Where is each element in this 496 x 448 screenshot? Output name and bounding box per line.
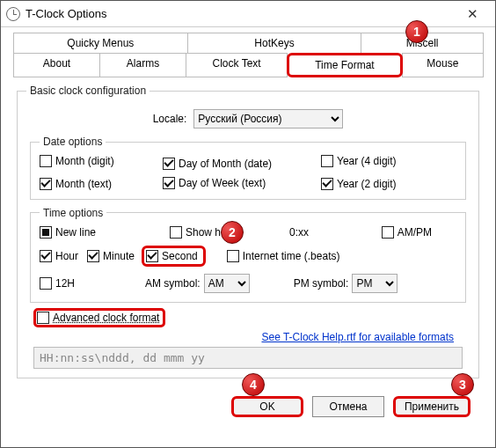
tab-about[interactable]: About [13,53,100,77]
chk-minute[interactable]: Minute [87,250,135,262]
callout-1: 1 [405,20,428,43]
window-title: T-Clock Options [26,7,455,20]
chk-month-text[interactable]: Month (text) [40,178,112,190]
clock-icon [6,7,20,21]
callout-2: 2 [221,221,244,244]
locale-label: Locale: [153,113,187,125]
apply-button[interactable]: Применить [393,396,470,417]
callout-4: 4 [242,373,265,396]
chk-day-of-month[interactable]: Day of Month (date) [163,158,272,170]
pm-symbol-select[interactable]: PM [352,274,398,293]
group-date-legend: Date options [40,136,106,148]
tab-mouse[interactable]: Mouse [402,53,484,77]
tab-time-format[interactable]: Time Format [287,53,403,77]
dialog-buttons: OK Отмена Применить 4 3 [17,396,470,417]
chk-year-2digit[interactable]: Year (2 digit) [321,178,397,190]
chk-12h[interactable]: 12H [40,277,128,290]
group-basic-clock: Basic clock configuration Locale: Русски… [17,84,479,378]
chk-year-4digit[interactable]: Year (4 digit) [321,155,397,167]
am-symbol-label: AM symbol: [145,277,201,290]
ok-button[interactable]: OK [231,396,303,417]
chk-hour[interactable]: Hour [40,250,78,262]
am-symbol-select[interactable]: AM [204,274,250,293]
close-icon[interactable]: ✕ [455,2,490,26]
chk-ampm[interactable]: AM/PM [382,226,432,239]
callout-3: 3 [451,373,474,396]
chk-second[interactable]: Second [146,250,198,262]
tab-alarms[interactable]: Alarms [99,53,186,77]
chk-day-of-week[interactable]: Day of Week (text) [163,177,266,189]
tab-clock-text[interactable]: Clock Text [186,53,288,77]
locale-select[interactable]: Русский (Россия) [193,109,343,129]
chk-second-highlight: Second [142,246,206,267]
tab-control: Quicky Menus HotKeys Miscell About Alarm… [13,33,483,77]
group-date-options: Date options Month (digit) Month (text) … [30,136,466,200]
format-string-input[interactable] [33,347,463,369]
chk-month-digit[interactable]: Month (digit) [40,155,114,167]
tab-hotkeys[interactable]: HotKeys [187,33,362,53]
chk-advanced-highlight: Advanced clock format [33,308,165,327]
cancel-button[interactable]: Отмена [312,396,384,417]
group-basic-legend: Basic clock configuration [26,84,150,97]
show-hours-suffix: 0:xx [289,226,309,239]
chk-advanced-format[interactable]: Advanced clock format [37,312,159,324]
help-link[interactable]: See T-Clock Help.rtf for available forma… [33,331,454,343]
group-time-options: Time options New line Show h 0:xx AM/PM … [30,207,466,303]
group-time-legend: Time options [40,207,106,219]
chk-internet-time[interactable]: Internet time (.beats) [227,250,340,262]
tab-quicky-menus[interactable]: Quicky Menus [13,33,188,53]
pm-symbol-label: PM symbol: [294,277,349,290]
chk-show-hours[interactable]: Show h [170,226,221,239]
chk-new-line[interactable]: New line [40,226,154,239]
content-area: Quicky Menus HotKeys Miscell About Alarm… [1,27,495,430]
